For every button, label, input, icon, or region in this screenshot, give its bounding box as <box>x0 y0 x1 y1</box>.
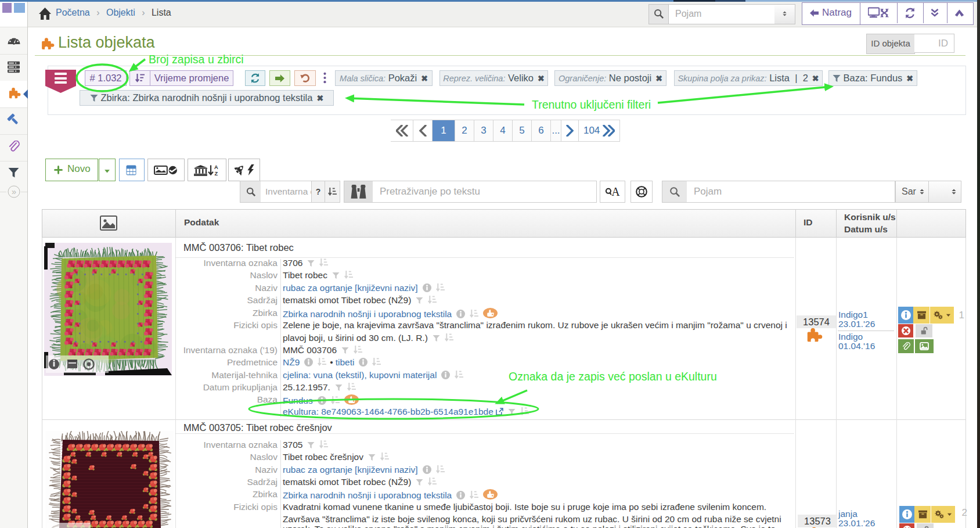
svg-text:Z: Z <box>214 171 218 176</box>
svg-text:A: A <box>214 164 218 170</box>
svg-text:»: » <box>12 187 16 196</box>
svg-text:A: A <box>611 186 620 198</box>
